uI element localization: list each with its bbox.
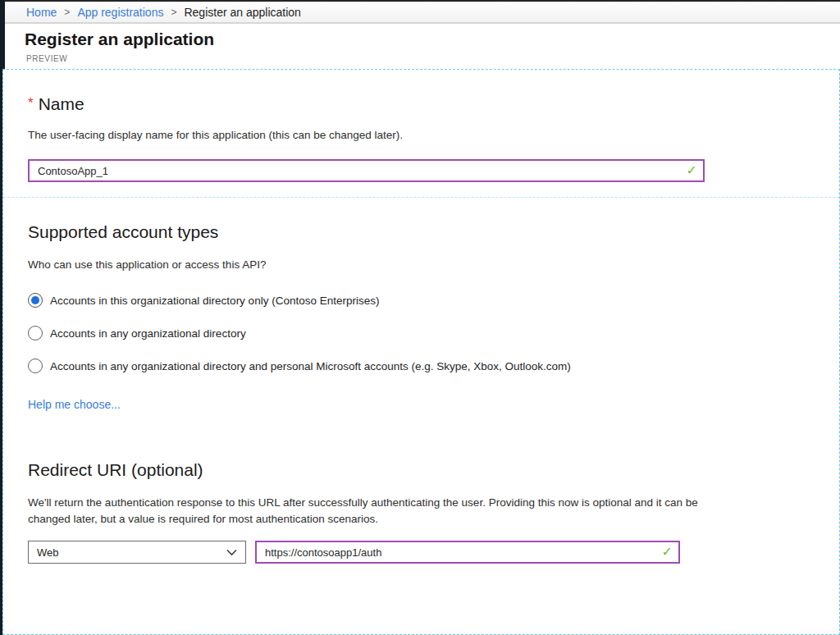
radio-option-1[interactable]: Accounts in any organizational directory: [28, 324, 246, 342]
window-top-border: [0, 0, 840, 2]
section-divider: [3, 197, 839, 198]
valid-checkmark-icon: ✓: [662, 544, 673, 560]
radio-option-2[interactable]: Accounts in any organizational directory…: [28, 357, 571, 375]
redirect-uri-input[interactable]: [255, 541, 680, 564]
sidebar-edge-strip-top: [0, 0, 5, 69]
radio-button-icon[interactable]: [28, 359, 43, 373]
required-asterisk: *: [28, 95, 34, 111]
radio-option-label: Accounts in any organizational directory: [50, 327, 246, 340]
redirect-uri-description: We'll return the authentication response…: [28, 495, 699, 528]
help-me-choose-link[interactable]: Help me choose...: [28, 398, 121, 411]
radio-button-icon[interactable]: [28, 326, 43, 340]
page-header: Register an application PREVIEW: [5, 25, 840, 69]
breadcrumb-app-registrations[interactable]: App registrations: [77, 6, 163, 19]
radio-option-0[interactable]: Accounts in this organizational director…: [28, 291, 379, 309]
breadcrumb-home[interactable]: Home: [26, 6, 57, 19]
valid-checkmark-icon: ✓: [687, 162, 697, 178]
breadcrumb-current-page: Register an application: [184, 6, 300, 19]
page-title: Register an application: [25, 30, 214, 49]
sidebar-edge-strip: [0, 0, 2, 635]
name-input-container: ✓: [28, 159, 705, 182]
name-heading-label: Name: [39, 94, 84, 113]
preview-badge: PREVIEW: [26, 54, 67, 63]
register-form-panel: *Name The user-facing display name for t…: [2, 69, 840, 635]
breadcrumb: Home > App registrations > Register an a…: [5, 2, 840, 24]
name-description: The user-facing display name for this ap…: [28, 127, 403, 144]
redirect-uri-heading: Redirect URI (optional): [28, 460, 203, 480]
account-types-heading: Supported account types: [28, 222, 218, 242]
radio-option-label: Accounts in any organizational directory…: [50, 360, 571, 372]
account-types-question: Who can use this application or access t…: [28, 257, 266, 273]
name-section-heading: *Name: [28, 94, 84, 114]
redirect-uri-input-container: ✓: [255, 541, 680, 564]
radio-option-label: Accounts in this organizational director…: [50, 295, 379, 307]
platform-select[interactable]: Web: [28, 541, 246, 564]
platform-select-value: Web: [37, 546, 59, 559]
breadcrumb-separator: >: [171, 7, 176, 18]
chevron-down-icon: [226, 549, 237, 556]
app-name-input[interactable]: [28, 159, 705, 182]
breadcrumb-separator: >: [64, 7, 70, 18]
radio-button-icon[interactable]: [28, 293, 43, 308]
